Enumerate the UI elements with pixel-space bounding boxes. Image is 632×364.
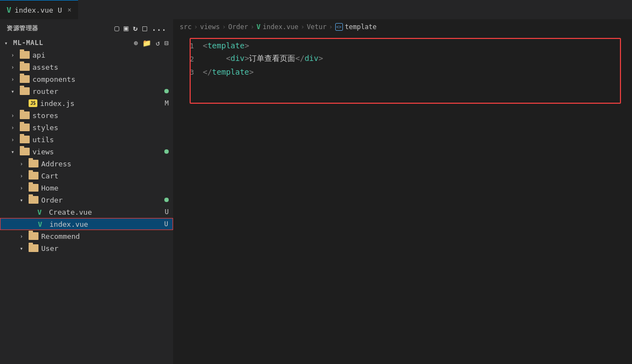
router-index-badge: M	[165, 99, 169, 107]
div-end-close: >	[318, 54, 323, 63]
tab-close-button[interactable]: ×	[68, 6, 71, 14]
tab-index-vue[interactable]: V index.vue U ×	[0, 0, 78, 19]
root-label: ML-MALL	[13, 39, 43, 47]
bracket-close-1: >	[245, 41, 249, 50]
create-vue-label: Create.vue	[49, 208, 92, 216]
sidebar-item-components[interactable]: › components	[0, 73, 173, 85]
styles-arrow: ›	[11, 125, 20, 131]
div-end-bracket: </	[295, 54, 304, 63]
utils-label: utils	[32, 136, 54, 144]
user-folder-icon	[29, 244, 38, 252]
root-collapse-icon[interactable]: ⊟	[164, 39, 169, 47]
more-icon[interactable]: ...	[152, 24, 167, 32]
main-area: 资源管理器 ▢ ▣ ↻ □ ... ▾ ML-MALL ⊕ 📁 ↺ ⊟ ›	[0, 19, 632, 364]
tab-status: U	[58, 6, 62, 14]
sidebar: 资源管理器 ▢ ▣ ↻ □ ... ▾ ML-MALL ⊕ 📁 ↺ ⊟ ›	[0, 19, 173, 364]
breadcrumb-template: <> template	[335, 23, 377, 31]
order-dot	[164, 198, 169, 202]
breadcrumb-sep5: ›	[329, 23, 332, 31]
sidebar-item-utils[interactable]: › utils	[0, 133, 173, 145]
address-folder-icon	[29, 160, 38, 167]
sidebar-item-router[interactable]: ▾ router	[0, 85, 173, 97]
api-folder-icon	[20, 51, 30, 59]
recommend-folder-icon	[29, 232, 38, 240]
sidebar-item-user[interactable]: ▾ User	[0, 242, 173, 254]
root-new-folder-icon[interactable]: 📁	[142, 39, 151, 47]
code-content-3: </template>	[203, 68, 254, 76]
breadcrumb-template-label: template	[345, 23, 377, 31]
sidebar-item-index-vue[interactable]: V index.vue U	[0, 218, 173, 230]
views-folder-icon	[20, 148, 30, 155]
cart-label: Cart	[41, 172, 58, 180]
order-label: Order	[41, 196, 63, 204]
sidebar-item-create-vue[interactable]: V Create.vue U	[0, 206, 173, 218]
breadcrumb-order: Order	[228, 23, 248, 31]
components-folder-icon	[20, 75, 30, 83]
cart-arrow: ›	[20, 173, 29, 179]
sidebar-item-api[interactable]: › api	[0, 49, 173, 61]
breadcrumb-index-vue: index.vue	[263, 23, 298, 31]
stores-arrow: ›	[11, 113, 20, 119]
create-vue-icon: V	[37, 208, 46, 216]
index-vue-badge: U	[164, 220, 168, 228]
sidebar-item-cart[interactable]: › Cart	[0, 170, 173, 182]
collapse-icon[interactable]: □	[142, 24, 147, 32]
root-folder[interactable]: ▾ ML-MALL ⊕ 📁 ↺ ⊟	[0, 37, 173, 49]
assets-label: assets	[32, 63, 58, 71]
api-label: api	[32, 51, 45, 59]
sidebar-actions: ▢ ▣ ↻ □ ...	[114, 24, 167, 32]
sidebar-item-recommend[interactable]: › Recommend	[0, 230, 173, 242]
code-line-2: 2 <div>订单查看页面</div>	[173, 52, 632, 65]
tag-template-close: template	[212, 68, 249, 76]
stores-label: stores	[32, 111, 58, 120]
components-label: components	[32, 75, 75, 83]
router-folder-icon	[20, 87, 30, 95]
sidebar-item-views[interactable]: ▾ views	[0, 145, 173, 158]
styles-folder-icon	[20, 124, 30, 131]
stores-folder-icon	[20, 111, 30, 119]
tab-label: index.vue	[14, 6, 53, 14]
home-folder-icon	[29, 184, 38, 192]
div-open-bracket: <	[226, 54, 230, 63]
code-line-1: 1 <template>	[173, 39, 632, 52]
router-arrow: ▾	[11, 88, 20, 94]
line-num-1: 1	[178, 42, 194, 50]
code-content-1: <template>	[203, 41, 249, 50]
refresh-icon[interactable]: ↻	[133, 24, 138, 32]
root-refresh-icon[interactable]: ↺	[156, 39, 160, 47]
sidebar-item-order[interactable]: ▾ Order	[0, 194, 173, 206]
breadcrumb-src: src	[180, 23, 192, 31]
editor: src › views › Order › V index.vue › Vetu…	[173, 19, 632, 364]
router-dot	[164, 89, 169, 93]
sidebar-item-styles[interactable]: › styles	[0, 121, 173, 133]
code-container[interactable]: 1 <template> 2 <div>订单查看页面</div> 3 </tem…	[173, 35, 632, 364]
new-file-icon[interactable]: ▢	[114, 24, 119, 32]
sidebar-item-home[interactable]: › Home	[0, 182, 173, 194]
breadcrumb-sep3: ›	[250, 23, 254, 31]
views-dot	[164, 149, 169, 154]
home-arrow: ›	[20, 185, 29, 191]
vue-tab-icon: V	[7, 5, 11, 14]
router-index-label: index.js	[40, 99, 75, 108]
sidebar-item-stores[interactable]: › stores	[0, 109, 173, 121]
recommend-label: Recommend	[41, 232, 80, 240]
recommend-arrow: ›	[20, 233, 29, 239]
line-num-3: 3	[178, 68, 194, 76]
div-tag: div	[231, 54, 245, 63]
user-label: User	[41, 244, 58, 253]
index-vue-icon: V	[38, 220, 47, 228]
sidebar-item-address[interactable]: › Address	[0, 158, 173, 170]
breadcrumb: src › views › Order › V index.vue › Vetu…	[173, 19, 632, 35]
line-num-2: 2	[178, 55, 194, 63]
assets-arrow: ›	[11, 64, 20, 70]
breadcrumb-views: views	[200, 23, 220, 31]
utils-arrow: ›	[11, 137, 20, 143]
new-folder-icon[interactable]: ▣	[124, 24, 129, 32]
indent-spaces	[203, 54, 221, 63]
components-arrow: ›	[11, 76, 20, 82]
breadcrumb-sep1: ›	[194, 23, 198, 31]
root-new-file-icon[interactable]: ⊕	[134, 39, 138, 47]
sidebar-item-router-index[interactable]: JS index.js M	[0, 97, 173, 109]
sidebar-item-assets[interactable]: › assets	[0, 61, 173, 73]
js-file-icon: JS	[29, 99, 37, 107]
